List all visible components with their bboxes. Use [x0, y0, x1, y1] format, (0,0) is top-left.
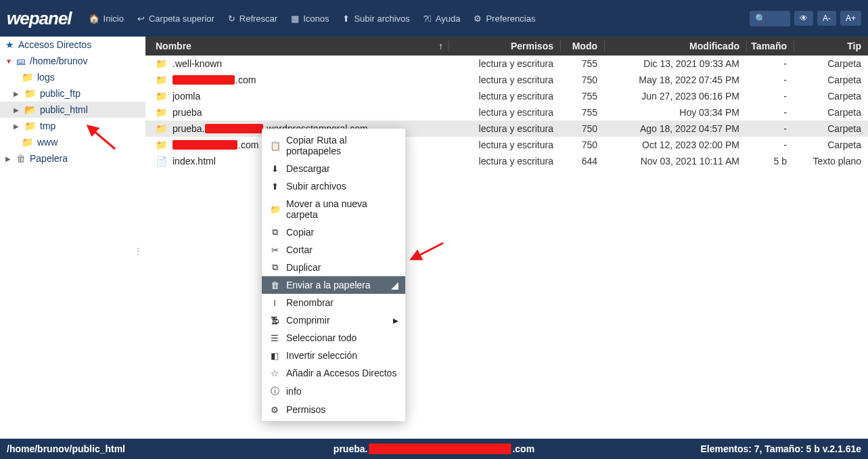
sidebar-shortcuts[interactable]: ★ Accesos Directos — [0, 37, 145, 53]
table-row[interactable]: 📁.com lectura y escritura 750 May 18, 20… — [145, 72, 868, 88]
menu-item-label: Renombrar — [286, 297, 334, 308]
menu-item-icon: ☆ — [270, 368, 279, 378]
grid-icon: ▦ — [291, 14, 299, 24]
sidebar-resize-handle[interactable]: ⋮⋮ — [140, 238, 145, 265]
drive-icon: 🖴 — [16, 56, 26, 66]
help-icon: ?⃝ — [424, 14, 432, 24]
nav-help-label: Ayuda — [436, 14, 461, 24]
nav-refresh-label: Refrescar — [239, 14, 277, 24]
folder-icon: 📁 — [156, 123, 167, 134]
col-header-mode[interactable]: Modo — [560, 41, 604, 51]
folder-icon: 📁 — [24, 121, 36, 131]
statusbar-path: /home/brunov/public_html — [7, 443, 125, 454]
nav-home[interactable]: 🏠 Inicio — [82, 8, 131, 29]
table-row[interactable]: 📁prueba lectura y escritura 755 Hoy 03:3… — [145, 104, 868, 121]
file-size: - — [746, 123, 794, 134]
file-type: Carpeta — [794, 74, 868, 85]
table-row[interactable]: 📁joomla lectura y escritura 755 Jun 27, … — [145, 88, 868, 104]
nav-upload[interactable]: ⬆ Subir archivos — [336, 8, 416, 29]
col-header-type[interactable]: Tip — [794, 41, 868, 51]
search-input[interactable]: 🔍 — [750, 11, 790, 26]
nav-help[interactable]: ?⃝ Ayuda — [417, 8, 467, 29]
file-perms: lectura y escritura — [449, 74, 560, 85]
file-type: Carpeta — [794, 91, 868, 102]
file-modified: Jun 27, 2023 06:16 PM — [604, 91, 746, 102]
col-header-name[interactable]: Nombre ↑ — [145, 41, 449, 51]
context-menu-item[interactable]: ✂Cortar — [262, 241, 405, 259]
sidebar-item-public-html[interactable]: ▶ 📂 public_html — [0, 102, 145, 118]
context-menu-item[interactable]: ☆Añadir a Accesos Directos — [262, 364, 405, 382]
menu-item-label: info — [286, 386, 302, 397]
col-header-perms[interactable]: Permisos — [449, 41, 560, 51]
file-modified: Oct 12, 2023 02:00 PM — [604, 139, 746, 150]
context-menu-item[interactable]: ☰Seleccionar todo — [262, 329, 405, 347]
redacted-text — [369, 443, 511, 454]
context-menu-item[interactable]: 📋Copiar Ruta al portapapeles — [262, 131, 405, 160]
nav-preferences[interactable]: ⚙ Preferencias — [467, 8, 542, 29]
sidebar-item-public-ftp[interactable]: ▶ 📁 public_ftp — [0, 85, 145, 102]
file-type: Texto plano — [794, 156, 868, 167]
context-menu-item[interactable]: 🗑Enviar a la papelera◢ — [262, 276, 405, 294]
caret-right-icon[interactable]: ▶ — [14, 123, 20, 130]
context-menu-item[interactable]: IRenombrar — [262, 294, 405, 311]
nav-refresh[interactable]: ↻ Refrescar — [221, 8, 284, 29]
nav-parent-folder[interactable]: ↩ Carpeta superior — [131, 8, 221, 29]
table-row[interactable]: 📄index.html lectura y escritura 644 Nov … — [145, 153, 868, 169]
menu-item-label: Añadir a Accesos Directos — [286, 368, 396, 378]
context-menu-item[interactable]: ⬇Descargar — [262, 160, 405, 177]
table-row[interactable]: 📁.com lectura y escritura 750 Oct 12, 20… — [145, 137, 868, 153]
file-perms: lectura y escritura — [449, 107, 560, 118]
file-name: .com — [173, 139, 258, 150]
sidebar-item-label: logs — [37, 72, 55, 83]
statusbar-summary: Elementos: 7, Tamaño: 5 b v.2.1.61e — [700, 443, 861, 454]
caret-right-icon[interactable]: ▶ — [14, 90, 20, 97]
file-mode: 755 — [560, 107, 604, 118]
context-menu-item[interactable]: ⧉Duplicar — [262, 259, 405, 276]
font-decrease[interactable]: A- — [817, 11, 836, 26]
sidebar-home-path[interactable]: ▼ 🖴 /home/brunov — [0, 53, 145, 69]
sidebar-trash[interactable]: ▶ 🗑 Papelera — [0, 150, 145, 167]
context-menu-item[interactable]: ⧉Copiar — [262, 223, 405, 241]
folder-icon: 📁 — [24, 88, 36, 99]
nav-icons-view[interactable]: ▦ Iconos — [284, 8, 336, 29]
file-name: joomla — [173, 91, 200, 102]
context-menu-item[interactable]: ⓘinfo — [262, 382, 405, 401]
menu-item-label: Comprimir — [286, 315, 330, 326]
sliders-icon: ⚙ — [474, 14, 482, 24]
menu-item-icon: ⬇ — [270, 164, 279, 174]
refresh-icon: ↻ — [228, 14, 235, 24]
brand-logo: wepanel — [7, 8, 72, 29]
context-menu-item[interactable]: ⚙Permisos — [262, 401, 405, 418]
sidebar-item-logs[interactable]: 📁 logs — [0, 69, 145, 85]
context-menu-item[interactable]: ◧Invertir selección — [262, 347, 405, 364]
col-header-modified[interactable]: Modificado — [604, 41, 746, 51]
table-row[interactable]: 📁prueba..wordpresstemporal.com lectura y… — [145, 121, 868, 137]
font-increase[interactable]: A+ — [840, 11, 861, 26]
nav-parent-label: Carpeta superior — [149, 14, 214, 24]
eraser-icon: ◢ — [391, 280, 398, 290]
up-arrow-icon: ↩ — [137, 14, 145, 24]
preview-toggle[interactable]: 👁 — [794, 11, 813, 26]
file-modified: Nov 03, 2021 10:11 AM — [604, 156, 746, 167]
caret-right-icon[interactable]: ▶ — [14, 106, 20, 114]
context-menu-item[interactable]: 🗜Comprimir▶ — [262, 311, 405, 329]
file-mode: 755 — [560, 58, 604, 69]
menu-item-icon: ⚙ — [270, 405, 279, 415]
menu-item-icon: ☰ — [270, 333, 279, 343]
table-row[interactable]: 📁.well-known lectura y escritura 755 Dic… — [145, 56, 868, 72]
sort-asc-icon[interactable]: ↑ — [438, 41, 443, 51]
nav-home-label: Inicio — [104, 14, 124, 24]
sidebar-item-tmp[interactable]: ▶ 📁 tmp — [0, 118, 145, 134]
context-menu-item[interactable]: ⬆Subir archivos — [262, 177, 405, 195]
caret-down-icon[interactable]: ▼ — [5, 58, 12, 65]
file-name: prueba — [173, 107, 202, 118]
sidebar-item-www[interactable]: 📁 www — [0, 134, 145, 150]
menu-item-icon: 📋 — [270, 141, 279, 151]
context-menu-item[interactable]: 📁Mover a una nueva carpeta — [262, 195, 405, 223]
caret-right-icon[interactable]: ▶ — [5, 155, 12, 162]
col-header-size[interactable]: Tamaño — [746, 41, 794, 51]
main-area: ★ Accesos Directos ▼ 🖴 /home/brunov 📁 lo… — [0, 37, 868, 439]
file-size: - — [746, 107, 794, 118]
file-mode: 644 — [560, 156, 604, 167]
file-perms: lectura y escritura — [449, 58, 560, 69]
